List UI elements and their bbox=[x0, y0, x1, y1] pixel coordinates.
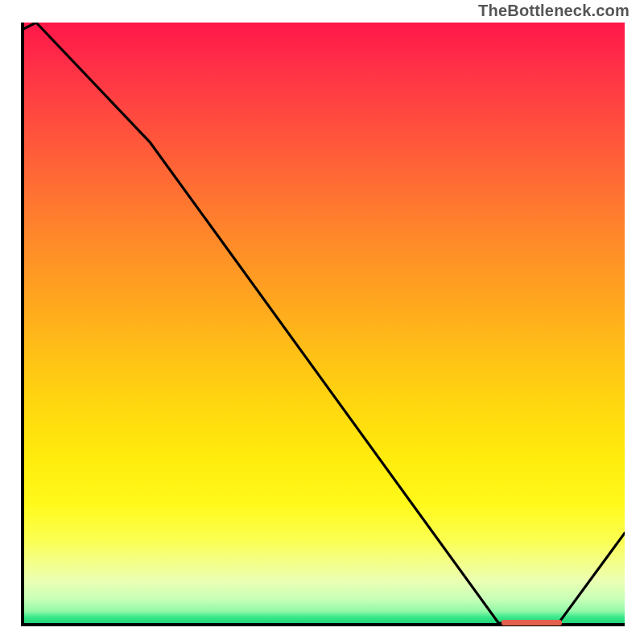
line-series bbox=[24, 23, 625, 623]
optimal-range-marker bbox=[502, 620, 562, 625]
bottleneck-curve-line bbox=[24, 23, 625, 623]
attribution-label: TheBottleneck.com bbox=[478, 2, 630, 20]
plot-area bbox=[21, 23, 625, 626]
chart-container: TheBottleneck.com bbox=[0, 0, 644, 644]
